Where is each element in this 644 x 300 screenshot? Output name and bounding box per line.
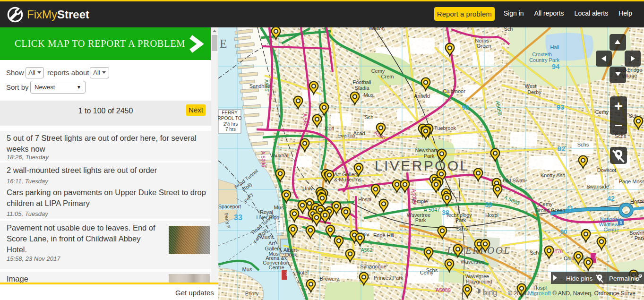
svg-text:Centre: Centre: [603, 227, 619, 232]
svg-text:Hospl: Hospl: [630, 198, 644, 204]
svg-text:42: 42: [607, 195, 615, 202]
svg-text:Page Moss: Page Moss: [618, 179, 644, 184]
svg-text:Mus: Mus: [274, 205, 284, 210]
svg-text:A 5047: A 5047: [424, 207, 440, 213]
svg-text:62: 62: [594, 255, 599, 259]
svg-text:A5089: A5089: [411, 189, 417, 204]
svg-text:38: 38: [442, 209, 449, 216]
svg-text:Princes Park: Princes Park: [374, 275, 404, 281]
svg-text:92: 92: [558, 145, 566, 153]
svg-text:33: 33: [234, 214, 242, 222]
svg-text:© 2018 Microsoft © AND, Navteq: © 2018 Microsoft © AND, Navteq, Ordnance…: [508, 290, 635, 297]
svg-text:Cemy: Cemy: [595, 109, 609, 115]
svg-text:Park: Park: [455, 217, 466, 223]
svg-text:90: 90: [560, 228, 567, 235]
svg-text:Croxteth: Croxteth: [532, 51, 552, 57]
svg-text:Knotty Ash: Knotty Ash: [541, 172, 566, 178]
svg-text:Cemy: Cemy: [539, 201, 553, 207]
svg-text:Sch: Sch: [504, 27, 513, 32]
svg-text:56: 56: [285, 271, 290, 276]
svg-text:Vauxhall: Vauxhall: [270, 153, 289, 158]
svg-text:Walton: Walton: [369, 27, 385, 31]
svg-text:A565: A565: [264, 79, 270, 92]
svg-text:A5089: A5089: [436, 287, 451, 293]
svg-text:Stadia: Stadia: [354, 85, 369, 91]
svg-text:Old Swan: Old Swan: [503, 178, 525, 183]
svg-text:RPOOL TO: RPOOL TO: [218, 116, 242, 121]
svg-text:bing: bing: [483, 289, 497, 297]
svg-text:Hospl: Hospl: [358, 197, 371, 202]
svg-text:Centre: Centre: [268, 265, 284, 270]
svg-text:Park: Park: [635, 235, 644, 241]
svg-text:Acad: Acad: [353, 130, 365, 136]
svg-text:Coll: Coll: [325, 126, 334, 131]
svg-text:Edge Hill: Edge Hill: [373, 232, 394, 238]
svg-text:Wavertree: Wavertree: [461, 259, 484, 265]
svg-text:Crem: Crem: [381, 74, 394, 79]
svg-text:& Museums: & Museums: [334, 177, 362, 182]
svg-text:41: 41: [566, 205, 574, 212]
svg-text:A 5036: A 5036: [260, 151, 266, 168]
svg-text:West: West: [525, 83, 537, 89]
svg-text:7 hrs: 7 hrs: [225, 127, 236, 132]
svg-text:A 562: A 562: [302, 113, 309, 127]
svg-text:Everton: Everton: [337, 133, 355, 138]
svg-text:Univ: Univ: [302, 186, 313, 191]
svg-text:39: 39: [485, 201, 492, 208]
svg-text:Tuebrook: Tuebrook: [434, 125, 456, 131]
svg-text:Broad Green: Broad Green: [536, 207, 566, 213]
svg-text:Derby: Derby: [527, 89, 541, 95]
svg-text:Mus: Mus: [364, 92, 374, 98]
svg-text:A562: A562: [361, 247, 373, 253]
svg-text:Dovecot: Dovecot: [597, 167, 616, 173]
svg-text:Green: Green: [477, 43, 491, 49]
svg-text:Mus: Mus: [242, 266, 252, 272]
svg-text:Sch: Sch: [365, 114, 374, 120]
svg-text:Swanside: Swanside: [586, 184, 609, 189]
svg-text:94: 94: [552, 62, 560, 70]
svg-text:LIVERPOOL: LIVERPOOL: [375, 158, 470, 173]
svg-text:Schs: Schs: [577, 142, 589, 147]
svg-text:E: E: [220, 37, 227, 50]
svg-text:Schs: Schs: [456, 226, 468, 231]
svg-text:FERRY: FERRY: [222, 110, 238, 115]
svg-text:Brewery: Brewery: [320, 276, 339, 282]
svg-text:Cemy: Cemy: [371, 68, 385, 74]
svg-text:Dock: Dock: [285, 252, 297, 257]
svg-text:Sch: Sch: [530, 250, 539, 256]
svg-text:Priory: Priory: [245, 291, 259, 296]
svg-text:Clubmoor: Clubmoor: [443, 88, 465, 94]
svg-text:Playground: Playground: [466, 279, 492, 284]
svg-text:Hospl: Hospl: [485, 212, 498, 218]
svg-text:93: 93: [557, 103, 565, 111]
svg-text:Newsham: Newsham: [415, 147, 438, 153]
svg-text:Synagogue: Synagogue: [360, 264, 386, 269]
svg-text:Football: Football: [352, 79, 371, 85]
svg-text:Anfield: Anfield: [414, 93, 430, 99]
svg-text:Spaceport: Spaceport: [218, 204, 241, 209]
svg-text:Hotel: Hotel: [296, 270, 309, 275]
svg-text:Park: Park: [415, 217, 426, 223]
svg-text:93: 93: [462, 104, 469, 111]
svg-text:5: 5: [619, 220, 622, 225]
svg-text:2½ hrs: 2½ hrs: [223, 121, 238, 127]
svg-text:Hall: Hall: [550, 44, 559, 50]
svg-text:Schs: Schs: [426, 267, 438, 273]
svg-text:Park: Park: [424, 153, 435, 159]
